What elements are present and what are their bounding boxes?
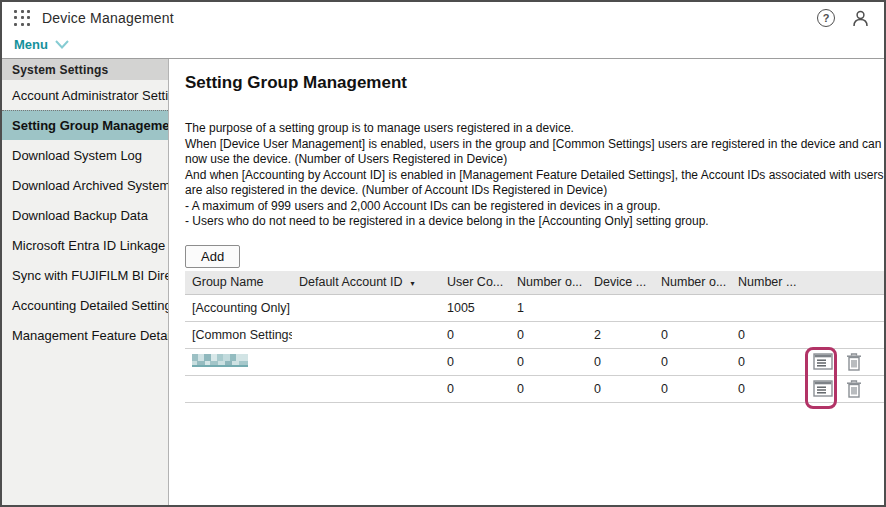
number-cell: 0	[654, 382, 731, 396]
column-header[interactable]: User Co...	[440, 275, 510, 289]
device-management-window: Device Management ? Menu System Settings…	[0, 0, 886, 507]
table-row: [Accounting Only] 1005 1	[185, 295, 886, 322]
device-settings-list-icon[interactable]	[813, 380, 833, 397]
sidebar-item-download-backup-data[interactable]: Download Backup Data	[2, 200, 168, 230]
number-cell: 0	[731, 328, 803, 342]
number-cell: 0	[510, 382, 587, 396]
column-header[interactable]: Default Account ID▾	[292, 275, 440, 289]
table-row: 0 0 0 0 0	[185, 349, 886, 376]
main-panel: Setting Group Management The purpose of …	[169, 59, 886, 505]
menu-button[interactable]: Menu	[14, 37, 48, 52]
page-title: Setting Group Management	[185, 73, 886, 93]
description-line: - A maximum of 999 users and 2,000 Accou…	[185, 199, 886, 215]
device-cell: 0	[587, 382, 654, 396]
sidebar-item-microsoft-entra-id-linkage[interactable]: Microsoft Entra ID Linkage	[2, 230, 168, 260]
number-cell: 0	[654, 355, 731, 369]
sidebar: System Settings Account Administrator Se…	[2, 59, 169, 505]
user-account-icon[interactable]	[851, 9, 870, 28]
sidebar-item-sync-with-fujifilm-bi-direct[interactable]: Sync with FUJIFILM BI Direct	[2, 260, 168, 290]
description-text: The purpose of a setting group is to man…	[185, 121, 886, 230]
user-count-cell: 0	[440, 382, 510, 396]
setting-group-table: Group NameDefault Account ID▾User Co...N…	[185, 271, 886, 403]
column-header[interactable]: Number o...	[510, 275, 587, 289]
column-header[interactable]: Device ...	[587, 275, 654, 289]
help-icon[interactable]: ?	[817, 9, 835, 27]
sidebar-section-title: System Settings	[2, 59, 168, 80]
add-button[interactable]: Add	[185, 245, 240, 268]
description-line: The purpose of a setting group is to man…	[185, 121, 886, 137]
content-area: System Settings Account Administrator Se…	[2, 59, 884, 505]
sort-descending-icon: ▾	[411, 279, 415, 288]
number-cell: 1	[510, 301, 587, 315]
device-cell: 2	[587, 328, 654, 342]
delete-icon[interactable]	[846, 353, 862, 371]
sidebar-item-accounting-detailed-settings[interactable]: Accounting Detailed Settings	[2, 290, 168, 320]
column-header[interactable]: Number ...	[731, 275, 803, 289]
table-row: [Common Settings] 0 0 2 0 0	[185, 322, 886, 349]
app-title: Device Management	[42, 10, 174, 26]
column-header[interactable]: Group Name	[185, 275, 292, 289]
group-name-cell: [Common Settings]	[185, 328, 292, 342]
menu-bar: Menu	[2, 34, 884, 59]
device-cell: 0	[587, 355, 654, 369]
column-header[interactable]: Number o...	[654, 275, 731, 289]
table-body: [Accounting Only] 1005 1 [Common Setting…	[185, 295, 886, 403]
table-header-row: Group NameDefault Account ID▾User Co...N…	[185, 271, 886, 295]
chevron-down-icon[interactable]	[55, 40, 69, 49]
sidebar-item-account-administrator-settin[interactable]: Account Administrator Settin...	[2, 80, 168, 110]
delete-icon[interactable]	[846, 380, 862, 398]
redacted-group-name-link[interactable]	[192, 354, 248, 367]
device-settings-list-icon[interactable]	[813, 353, 833, 370]
number-cell: 0	[510, 355, 587, 369]
number-cell: 0	[510, 328, 587, 342]
description-line: - Users who do not need to be registered…	[185, 214, 886, 230]
description-line: And when [Accounting by Account ID] is e…	[185, 168, 886, 199]
group-name-cell: [Accounting Only]	[185, 301, 292, 315]
sidebar-item-download-system-log[interactable]: Download System Log	[2, 140, 168, 170]
group-name-cell	[185, 354, 292, 370]
sidebar-item-download-archived-system[interactable]: Download Archived System ...	[2, 170, 168, 200]
sidebar-items: Account Administrator Settin...Setting G…	[2, 80, 168, 350]
sidebar-item-setting-group-management[interactable]: Setting Group Management	[2, 110, 168, 140]
description-line: When [Device User Management] is enabled…	[185, 137, 886, 168]
number-cell: 0	[731, 382, 803, 396]
user-count-cell: 1005	[440, 301, 510, 315]
user-count-cell: 0	[440, 328, 510, 342]
user-count-cell: 0	[440, 355, 510, 369]
table-row: 0 0 0 0 0	[185, 376, 886, 403]
app-launcher-grid-icon[interactable]	[14, 10, 31, 27]
sidebar-item-management-feature-detail[interactable]: Management Feature Detail...	[2, 320, 168, 350]
number-cell: 0	[731, 355, 803, 369]
top-bar: Device Management ?	[2, 2, 884, 34]
number-cell: 0	[654, 328, 731, 342]
